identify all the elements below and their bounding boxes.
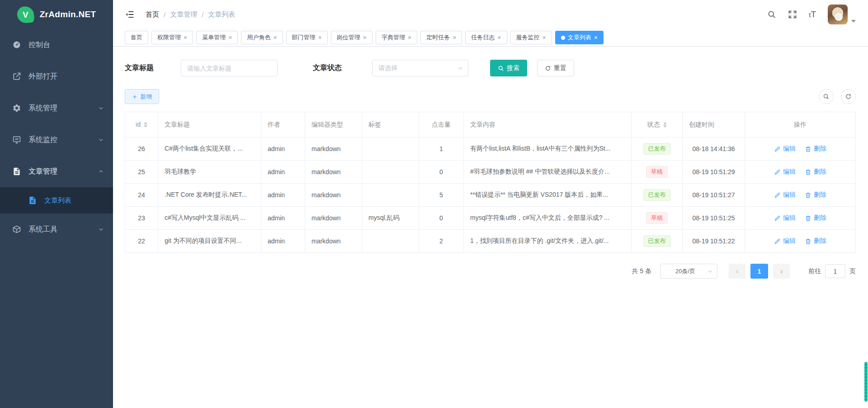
cell-clicks: 1	[419, 138, 464, 161]
table-header-row: id 文章标题 作者 编辑器类型 标签 点击量 文章内容 状态 创建时间 操作	[125, 112, 856, 138]
page-unit-label: 页	[849, 267, 856, 275]
avatar[interactable]	[828, 5, 848, 24]
cell-status: 草稿	[632, 207, 683, 230]
file-icon	[28, 196, 37, 205]
sidebar-item-external-open[interactable]: 外部打开	[0, 61, 113, 92]
goto-page-input[interactable]	[825, 264, 845, 278]
close-icon[interactable]: ×	[228, 34, 232, 41]
cell-created: 08-19 10:51:22	[683, 230, 745, 253]
delete-link[interactable]: 删除	[805, 191, 826, 199]
chevron-up-icon	[98, 169, 104, 175]
tab-home[interactable]: 首页	[125, 31, 148, 44]
sidebar-item-system-management[interactable]: 系统管理	[0, 92, 113, 124]
sidebar-toggle-icon[interactable]	[125, 9, 135, 19]
breadcrumb-current: 文章列表	[208, 10, 235, 19]
column-header-title: 文章标题	[158, 112, 261, 138]
sidebar-item-system-monitor[interactable]: 系统监控	[0, 124, 113, 156]
cell-status: 已发布	[632, 138, 683, 161]
reset-button[interactable]: 重置	[537, 60, 574, 76]
tab-user-role[interactable]: 用户角色×	[241, 31, 283, 44]
refresh-button[interactable]	[841, 89, 856, 104]
article-title-input[interactable]	[181, 60, 278, 76]
cell-clicks: 0	[419, 161, 464, 184]
tab-menu-management[interactable]: 菜单管理×	[196, 31, 238, 44]
tab-scheduled-task[interactable]: 定时任务×	[420, 31, 462, 44]
close-icon[interactable]: ×	[363, 34, 367, 41]
sort-carets-icon[interactable]	[144, 120, 147, 129]
title-filter-label: 文章标题	[125, 63, 181, 73]
cell-editor: markdown	[305, 207, 362, 230]
tab-task-log[interactable]: 任务日志×	[465, 31, 507, 44]
font-size-icon[interactable]: tT	[809, 9, 816, 19]
edit-link[interactable]: 编辑	[774, 214, 796, 222]
delete-link[interactable]: 删除	[805, 237, 826, 245]
sidebar-item-article-management[interactable]: 文章管理	[0, 156, 113, 187]
toggle-search-button[interactable]	[819, 89, 834, 104]
cell-author: admin	[261, 138, 305, 161]
sidebar-item-label: 系统监控	[28, 135, 57, 145]
breadcrumb-section[interactable]: 文章管理	[170, 10, 197, 19]
fullscreen-icon[interactable]	[788, 10, 797, 19]
search-icon[interactable]	[767, 10, 776, 19]
status-badge: 已发布	[643, 143, 671, 155]
cell-created: 08-19 10:51:25	[683, 207, 745, 230]
page-size-select[interactable]: 20条/页	[660, 264, 717, 279]
breadcrumb-separator: /	[164, 11, 165, 19]
tab-post[interactable]: 岗位管理×	[331, 31, 373, 44]
tab-article-list[interactable]: 文章列表×	[555, 31, 604, 44]
article-status-select[interactable]: 请选择	[372, 60, 468, 76]
sidebar-item-article-list[interactable]: 文章列表	[0, 187, 113, 213]
chevron-down-icon	[708, 269, 713, 274]
app-root: V ZrAdmin.NET 控制台 外部打开 系统管理	[0, 0, 868, 408]
pagination: 共 5 条 20条/页 ‹ 1 › 前往 页	[125, 264, 856, 279]
table-row: 23 c#写入Mysql中文显示乱码 ... admin markdown my…	[125, 207, 856, 230]
sidebar-item-system-tools[interactable]: 系统工具	[0, 213, 113, 245]
cell-clicks: 5	[419, 184, 464, 207]
cell-created: 08-19 10:51:29	[683, 161, 745, 184]
column-header-author: 作者	[261, 112, 305, 138]
search-button[interactable]: 搜索	[490, 60, 527, 76]
sidebar-item-dashboard[interactable]: 控制台	[0, 29, 113, 61]
page-number-1[interactable]: 1	[750, 264, 768, 279]
sidebar-item-label: 系统管理	[28, 104, 57, 113]
chevron-down-icon	[98, 105, 104, 111]
prev-page-button[interactable]: ‹	[729, 264, 745, 279]
caret-down-icon	[851, 20, 856, 23]
delete-link[interactable]: 删除	[805, 214, 826, 222]
close-icon[interactable]: ×	[594, 34, 598, 41]
cell-content: **错误提示** 当电脑更新 VS2017 版本后，如果...	[464, 184, 632, 207]
main-area: 首页 / 文章管理 / 文章列表 tT	[113, 0, 868, 408]
sort-carets-icon[interactable]	[663, 120, 667, 129]
chevron-down-icon	[98, 137, 104, 143]
delete-link[interactable]: 删除	[805, 145, 826, 153]
edit-link[interactable]: 编辑	[774, 191, 796, 199]
page-content: 文章标题 文章状态 请选择 搜索 重置	[113, 47, 868, 408]
close-icon[interactable]: ×	[184, 34, 187, 41]
cell-editor: markdown	[305, 230, 362, 253]
tab-permission[interactable]: 权限管理×	[151, 31, 193, 44]
close-icon[interactable]: ×	[542, 34, 546, 41]
tab-service-monitor[interactable]: 服务监控×	[510, 31, 552, 44]
close-icon[interactable]: ×	[497, 34, 501, 41]
user-menu[interactable]	[828, 5, 856, 24]
add-button[interactable]: 新增	[125, 89, 159, 104]
cell-author: admin	[261, 184, 305, 207]
tab-department[interactable]: 部门管理×	[286, 31, 328, 44]
edit-link[interactable]: 编辑	[774, 145, 796, 153]
table-row: 26 C#两个list集合实现关联，... admin markdown 1 有…	[125, 138, 856, 161]
close-icon[interactable]: ×	[453, 34, 456, 41]
scrollbar-thumb[interactable]	[864, 362, 868, 402]
close-icon[interactable]: ×	[318, 34, 322, 41]
delete-link[interactable]: 删除	[805, 168, 826, 176]
edit-link[interactable]: 编辑	[774, 237, 796, 245]
column-header-status[interactable]: 状态	[632, 112, 683, 138]
tab-dictionary[interactable]: 字典管理×	[376, 31, 417, 44]
status-badge: 草稿	[646, 166, 668, 178]
edit-link[interactable]: 编辑	[774, 168, 796, 176]
next-page-button[interactable]: ›	[773, 264, 790, 279]
close-icon[interactable]: ×	[408, 34, 411, 41]
breadcrumb-home[interactable]: 首页	[146, 10, 159, 19]
close-icon[interactable]: ×	[273, 34, 277, 41]
cell-author: admin	[261, 230, 305, 253]
column-header-id[interactable]: id	[125, 112, 158, 138]
